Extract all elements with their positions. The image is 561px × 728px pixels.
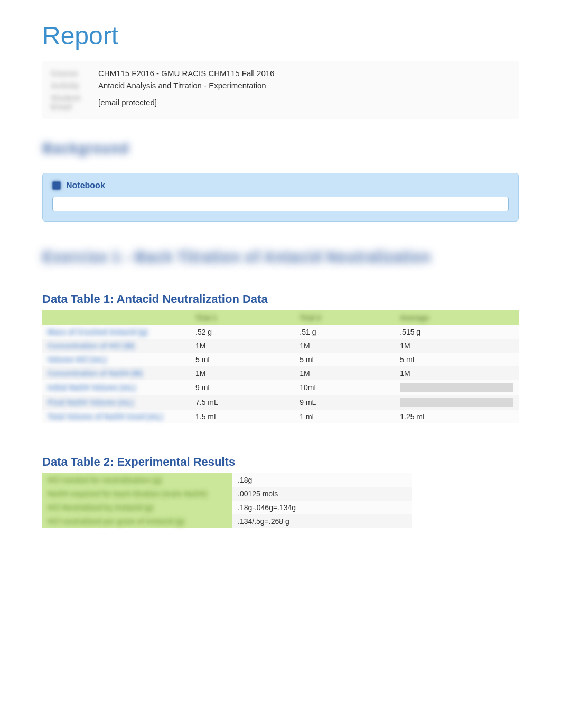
table-row: NaOH required for back titration (mols N… (42, 487, 412, 501)
cell-trial1: .52 g (190, 325, 294, 339)
exercise-heading: Exercise 1 - Back Titration of Antacid N… (42, 248, 519, 266)
cell-trial1: 1M (190, 366, 294, 380)
table1-header-2: Trial 2 (294, 310, 395, 325)
empty-grey-cell (400, 383, 513, 392)
meta-label-email: Student Email (51, 93, 98, 111)
data-table-2: HCl needed for neutralization (g).18gNaO… (42, 473, 412, 528)
background-heading: Background (42, 140, 519, 157)
row-label: Concentration of NaOH (M) (48, 369, 143, 377)
cell-trial2: 1 mL (294, 410, 395, 423)
cell-trial1: 5 mL (190, 353, 294, 366)
table1-header-0 (42, 310, 190, 325)
cell-trial2: 1M (294, 366, 395, 380)
table2-title: Data Table 2: Experimental Results (42, 455, 519, 469)
table1-header-1: Trial 1 (190, 310, 294, 325)
table-row: Final NaOH Volume (mL)7.5 mL9 mL (42, 395, 519, 410)
cell-average (395, 395, 519, 410)
cell-trial1: 1.5 mL (190, 410, 294, 423)
cell-trial2: .51 g (294, 325, 395, 339)
row-label: HCl needed for neutralization (g) (48, 476, 162, 484)
notebook-header: Notebook (52, 181, 509, 190)
row-label: Concentration of HCl (M) (48, 342, 135, 350)
table-row: HCl Neutralized by Antacid (g).18g-.046g… (42, 501, 412, 514)
cell-trial1: 7.5 mL (190, 395, 294, 410)
table-row: Mass of Crushed Antacid (g).52 g.51 g.51… (42, 325, 519, 339)
cell-value: .134/.5g=.268 g (232, 514, 412, 528)
meta-value-course: CHM115 F2016 - GMU RACIS CHM115 Fall 201… (98, 69, 274, 78)
row-label: Final NaOH Volume (mL) (48, 398, 134, 407)
row-label: NaOH required for back titration (mols N… (48, 490, 207, 498)
cell-average: 1M (395, 339, 519, 353)
table-row: Concentration of HCl (M)1M1M1M (42, 339, 519, 353)
table-row: HCl neutralized per gram of Antacid (g).… (42, 514, 412, 528)
notebook-title: Notebook (66, 181, 105, 190)
table1-header-row: Trial 1 Trial 2 Average (42, 310, 519, 325)
table-row: Total Volume of NaOH Used (mL)1.5 mL1 mL… (42, 410, 519, 423)
table1-title: Data Table 1: Antacid Neutralization Dat… (42, 292, 519, 306)
row-label: HCl neutralized per gram of Antacid (g) (48, 517, 184, 526)
cell-value: .00125 mols (232, 487, 412, 501)
cell-value: .18g (232, 473, 412, 487)
row-label: HCl Neutralized by Antacid (g) (48, 503, 153, 512)
cell-trial2: 5 mL (294, 353, 395, 366)
meta-label-activity: Activity (51, 81, 98, 90)
notebook-card: Notebook (42, 173, 519, 222)
row-label: Volume HCl (mL) (48, 355, 107, 364)
meta-label-course: Course (51, 69, 98, 78)
meta-value-activity: Antacid Analysis and Titration - Experim… (98, 81, 266, 90)
meta-row-activity: Activity Antacid Analysis and Titration … (51, 79, 510, 91)
notebook-input[interactable] (52, 197, 509, 211)
table-row: Volume HCl (mL)5 mL5 mL5 mL (42, 353, 519, 366)
cell-trial1: 9 mL (190, 380, 294, 395)
row-label: Initial NaOH Volume (mL) (48, 383, 136, 392)
empty-grey-cell (400, 398, 513, 407)
row-label: Total Volume of NaOH Used (mL) (48, 412, 163, 421)
meta-value-email: [email protected] (98, 98, 157, 107)
row-label: Mass of Crushed Antacid (g) (48, 328, 147, 336)
table-row: HCl needed for neutralization (g).18g (42, 473, 412, 487)
table-row: Concentration of NaOH (M)1M1M1M (42, 366, 519, 380)
cell-trial2: 10mL (294, 380, 395, 395)
table-row: Initial NaOH Volume (mL)9 mL10mL (42, 380, 519, 395)
meta-row-course: Course CHM115 F2016 - GMU RACIS CHM115 F… (51, 67, 510, 79)
notebook-icon (52, 181, 61, 190)
cell-trial1: 1M (190, 339, 294, 353)
cell-average: 1.25 mL (395, 410, 519, 423)
meta-row-email: Student Email [email protected] (51, 91, 510, 113)
cell-trial2: 9 mL (294, 395, 395, 410)
cell-trial2: 1M (294, 339, 395, 353)
table1-header-3: Average (395, 310, 519, 325)
cell-value: .18g-.046g=.134g (232, 501, 412, 514)
cell-average (395, 380, 519, 395)
cell-average: 1M (395, 366, 519, 380)
cell-average: .515 g (395, 325, 519, 339)
cell-average: 5 mL (395, 353, 519, 366)
data-table-1: Trial 1 Trial 2 Average Mass of Crushed … (42, 310, 519, 423)
page-title: Report (42, 21, 519, 50)
meta-block: Course CHM115 F2016 - GMU RACIS CHM115 F… (42, 61, 519, 119)
